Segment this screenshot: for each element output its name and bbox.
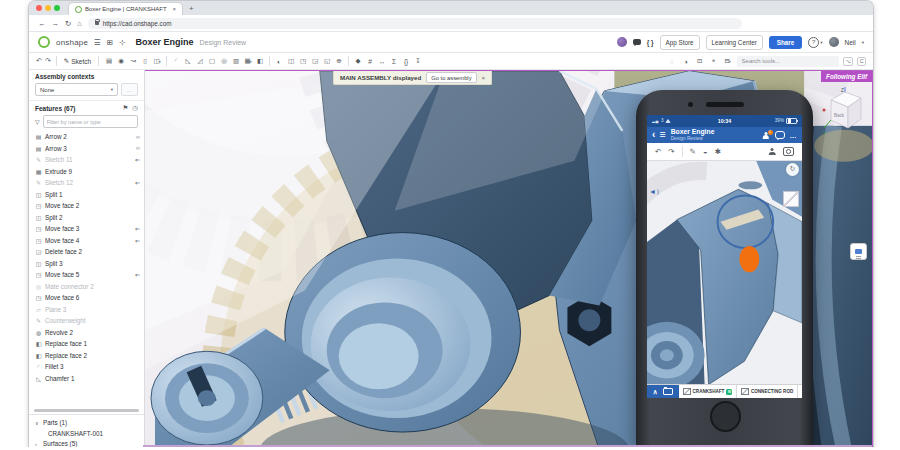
forward-icon[interactable]: → (52, 19, 60, 28)
frame-icon[interactable]: # (365, 55, 375, 67)
dev-braces-icon[interactable]: { } (647, 39, 654, 46)
feature-item[interactable]: ◳Move face 3⇐ (29, 223, 144, 235)
context-dropdown[interactable]: None ▾ (35, 83, 118, 96)
phone-document-tab[interactable]: CONNECTING ROD (737, 385, 798, 398)
shell-icon[interactable]: ▢ (207, 55, 217, 67)
following-badge[interactable]: Following Elif (821, 71, 872, 82)
main-menu-icon[interactable]: ☰ (94, 38, 101, 47)
feature-item[interactable]: ◍Revolve 2 (29, 327, 144, 339)
share-button[interactable]: Share (769, 36, 803, 49)
delete-face-icon[interactable]: ◲ (310, 55, 320, 67)
feature-item[interactable]: ◲Delete face 2 (29, 246, 144, 258)
mirror-icon[interactable]: ◧ (255, 55, 265, 67)
user-avatar[interactable] (829, 37, 839, 47)
feature-item[interactable]: ◜Fillet 3 (29, 361, 144, 373)
onshape-logo[interactable] (38, 36, 50, 48)
display-options-icon[interactable]: ⊟▾ (723, 55, 733, 67)
split-icon[interactable]: ◫ (286, 55, 296, 67)
rollback-flag-icon[interactable]: ⚑ (123, 104, 129, 112)
boolean-icon[interactable]: ◐ (274, 55, 284, 67)
hole-icon[interactable]: ◎ (219, 55, 229, 67)
phone-settings-gear-icon[interactable]: ✱ (714, 147, 720, 156)
feature-item[interactable]: ◫Split 1 (29, 189, 144, 201)
help-menu[interactable]: ? ▾ (808, 37, 822, 48)
feature-item[interactable]: ◺Chamfer 1 (29, 373, 144, 385)
chamfer-icon[interactable]: ◺ (183, 55, 193, 67)
phone-view-cube-icon[interactable] (783, 191, 799, 207)
transform-icon[interactable]: ⊕ (334, 55, 344, 67)
feature-item[interactable]: ◫Split 3 (29, 258, 144, 270)
move-face-icon[interactable]: ◳ (298, 55, 308, 67)
app-store-button[interactable]: App Store (660, 35, 700, 50)
view-cube[interactable]: Z Back Y (821, 86, 869, 136)
sheet-metal-icon[interactable]: ◆ (353, 55, 363, 67)
draft-icon[interactable]: ◿ (195, 55, 205, 67)
feature-item[interactable]: ✎Sketch 12⇐ (29, 177, 144, 189)
collaborator-avatar[interactable] (617, 37, 627, 47)
tab-close-icon[interactable]: × (173, 6, 177, 12)
feature-item[interactable]: ◫Split 2 (29, 212, 144, 224)
phone-overflow-menu-icon[interactable]: … (790, 132, 798, 139)
search-tools-input[interactable] (737, 56, 839, 67)
feature-item[interactable]: ◎Mate connector 2 (29, 281, 144, 293)
new-tab-button[interactable]: + (189, 4, 194, 13)
document-title[interactable]: Boxer Engine (135, 37, 193, 47)
feature-item[interactable]: ▱Plane 3 (29, 304, 144, 316)
extrude-icon[interactable]: ▤ (104, 55, 114, 67)
phone-comments-icon[interactable] (775, 131, 785, 139)
redo-icon[interactable]: ↷ (45, 57, 51, 65)
feature-item[interactable]: ◳Move face 4⇐ (29, 235, 144, 247)
phone-tab-controls[interactable]: ∧ (647, 385, 679, 398)
zoom-window-button[interactable] (54, 5, 60, 11)
variable-icon[interactable]: Σ (389, 55, 399, 67)
phone-follow-user-icon[interactable] (768, 148, 776, 155)
feature-item[interactable]: ▦Extrude 9 (29, 166, 144, 178)
pattern-icon[interactable]: ▦▾ (243, 55, 253, 67)
back-icon[interactable]: ← (38, 19, 46, 28)
loft-icon[interactable]: ▯ (140, 55, 150, 67)
feature-item[interactable]: ✎Sketch 11⇐ (29, 154, 144, 166)
history-clock-icon[interactable]: ◷ (132, 104, 138, 112)
minimize-window-button[interactable] (45, 5, 51, 11)
address-bar[interactable]: https://cad.onshape.com (88, 18, 742, 29)
parts-header[interactable]: ∨ Parts (1) (35, 418, 138, 429)
reload-icon[interactable]: ↻ (65, 19, 71, 28)
comments-icon[interactable] (633, 39, 641, 45)
phone-follow-cam-icon[interactable] (783, 147, 794, 156)
sketch-button[interactable]: ✎ Sketch (62, 57, 93, 65)
measure-icon[interactable]: ↔ (377, 55, 387, 67)
versions-icon[interactable]: ⊞ (107, 38, 113, 47)
feature-item[interactable]: ◧Replace face 2 (29, 350, 144, 362)
appearance-icon[interactable]: ◑ (681, 55, 691, 67)
context-more-button[interactable]: ... (121, 83, 138, 96)
isolate-icon[interactable]: ◌ (667, 55, 677, 67)
phone-section-view-icon[interactable]: ◒ (703, 147, 708, 156)
phone-audio-icon[interactable]: ◄） (649, 187, 663, 197)
phone-feature-list-icon[interactable]: ☰ (659, 131, 665, 139)
phone-home-button[interactable] (710, 401, 741, 432)
featurescript-icon[interactable]: {} (401, 55, 411, 67)
phone-refresh-icon[interactable]: ↻ (786, 163, 799, 176)
phone-partial-tab[interactable] (798, 385, 802, 398)
feature-item[interactable]: ▤Arrow 3∞ (29, 143, 144, 155)
fillet-icon[interactable]: ◜ (171, 55, 181, 67)
feature-item[interactable]: ◧Replace face 1 (29, 338, 144, 350)
comment-marker-icon[interactable] (850, 243, 867, 260)
revolve-icon[interactable]: ◉ (116, 55, 126, 67)
feature-filter-input[interactable] (43, 115, 138, 128)
banner-close-icon[interactable]: × (482, 75, 486, 81)
replace-face-icon[interactable]: ◱ (322, 55, 332, 67)
named-view-icon[interactable]: ⊡ (695, 55, 705, 67)
sweep-icon[interactable]: ↝ (128, 55, 138, 67)
rib-icon[interactable]: ▥ (231, 55, 241, 67)
learning-center-button[interactable]: Learning Center (706, 35, 763, 50)
phone-redo-icon[interactable]: ↷ (668, 147, 674, 156)
close-window-button[interactable] (36, 5, 42, 11)
insert-icon[interactable]: ⊹ (119, 38, 125, 47)
phone-viewport[interactable]: ◄） ↻ (647, 161, 802, 385)
thicken-icon[interactable]: ◫▾ (152, 55, 162, 67)
part-item[interactable]: CRANKSHAFT-001 (35, 428, 138, 439)
browser-tab[interactable]: Boxer Engine | CRANKSHAFT × (68, 2, 183, 15)
undo-icon[interactable]: ↶ (36, 57, 42, 65)
horizontal-scrollbar[interactable] (34, 409, 139, 412)
